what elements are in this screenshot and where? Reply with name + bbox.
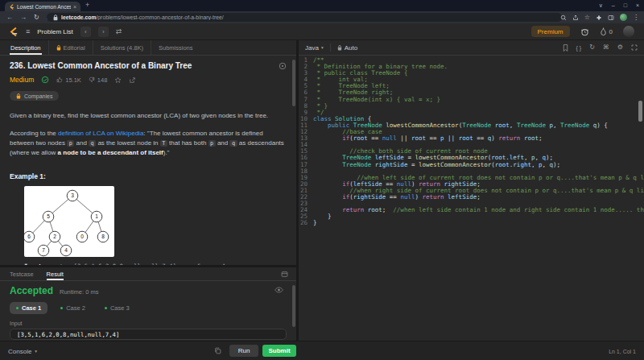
inline-code: q [89,140,96,147]
side-panel-icon[interactable] [608,14,614,21]
text: that has both [167,139,208,147]
premium-button[interactable]: Premium [531,26,570,37]
case-1-button[interactable]: Case 1 [10,302,47,314]
auto-label: Auto [345,44,357,52]
hide-result-eye-icon[interactable] [275,287,283,293]
text: According to the [10,130,58,137]
new-tab-button[interactable]: + [85,1,89,9]
bookmark-star-icon[interactable]: ☆ [584,14,590,21]
timer-icon[interactable] [580,27,589,36]
browser-tab-title: Lowest Common Ancestor of a B [17,4,71,10]
chevron-down-icon: ▾ [35,349,37,354]
submit-button[interactable]: Submit [262,345,296,357]
svg-text:8: 8 [101,234,105,239]
browser-tab[interactable]: Lowest Common Ancestor of a B × [5,2,80,11]
share-icon[interactable] [572,14,579,21]
result-runtime: Runtime: 0 ms [60,288,98,296]
tab-label: Solutions (4.8K) [101,44,143,52]
testcase-input-field[interactable]: [3,5,1,6,2,0,8,null,null,7,4] [10,329,287,340]
tab-submissions[interactable]: Submissions [151,40,200,55]
leetcode-favicon [9,4,14,10]
case-label: Case 3 [110,304,130,312]
tab-editorial[interactable]: Editorial [49,40,93,55]
tab-testcase[interactable]: Testcase [10,267,34,280]
case-2-button[interactable]: Case 2 [54,302,92,314]
favorite-star-icon[interactable] [114,77,122,84]
problem-list-icon[interactable]: ≡ [26,27,30,35]
search-icon[interactable] [560,14,567,21]
format-code-icon[interactable]: { } [576,45,582,51]
console-toggle[interactable]: Console ▾ [8,341,37,360]
svg-text:7: 7 [42,247,45,253]
problem-list-link[interactable]: Problem List [37,28,72,35]
case-pass-dot [60,307,63,309]
address-bar[interactable]: leetcode.com/problems/lowest-common-ance… [47,13,562,22]
case-3-button[interactable]: Case 3 [98,302,136,314]
code-line[interactable]: 24 return root; //when left side contain… [300,207,644,213]
window-minimize-button[interactable]: – [612,1,615,10]
lock-icon [16,93,21,99]
lock-icon [53,14,58,21]
svg-text:0: 0 [80,234,84,239]
auto-save-indicator[interactable]: Auto [337,44,357,52]
code-line[interactable]: 22 if(rightSide == null) return leftSide… [300,194,644,201]
browser-toolbar: ← → ↻ ⌂ leetcode.com/problems/lowest-com… [0,11,644,23]
likes[interactable]: 15.1K [56,77,81,84]
wikipedia-link[interactable]: definition of LCA on Wikipedia [58,130,143,137]
browser-menu-icon[interactable]: ⋮ [633,14,639,21]
example-input-value: root = [3,5,1,6,2,0,8,null,null,7,4], p … [45,263,225,266]
tab-solutions[interactable]: Solutions (4.8K) [93,40,151,55]
example-tree-image: 351620874 [24,186,114,257]
window-close-button[interactable]: × [636,1,639,10]
leetcode-window: Lowest Common Ancestor of a B × + ∨ – □ … [0,0,644,360]
code-line[interactable]: 17 TreeNode rightSide = lowestCommonAnce… [300,162,644,168]
daily-streak[interactable]: 0 [600,27,613,36]
next-problem-button[interactable]: › [98,27,109,37]
description-scrollbar[interactable] [292,60,295,106]
case-label: Case 1 [22,304,41,312]
share-problem-icon[interactable] [129,77,136,84]
tab-search-chevron-icon[interactable]: ∨ [599,1,603,10]
code-line[interactable]: 7 * TreeNode(int x) { val = x; } [300,97,644,103]
code-text: if(root == null || root == p || root == … [313,135,542,142]
editor-scrollbar[interactable] [638,101,642,122]
window-maximize-button[interactable]: □ [624,1,627,10]
code-line[interactable]: 8 * } [300,103,644,110]
thumbs-up-icon [56,77,63,83]
back-icon[interactable]: ← [6,14,13,21]
dislikes[interactable]: 148 [89,77,108,84]
reload-icon[interactable]: ↻ [34,14,39,21]
tab-close-icon[interactable]: × [73,4,76,10]
editor-settings-icon[interactable]: ⚙ [617,44,623,51]
browser-profile-avatar[interactable] [620,14,627,21]
random-problem-icon[interactable]: ⇄ [116,27,122,35]
language-selector[interactable]: Java ▾ [305,44,324,52]
extensions-icon[interactable] [596,14,602,21]
leetcode-logo[interactable] [8,27,19,37]
reset-code-icon[interactable]: ↻ [589,44,595,51]
code-line[interactable]: 13 if(root == null || root == p || root … [300,135,644,142]
shortcuts-icon[interactable]: ⌘ [603,44,609,51]
thumbs-down-icon [89,77,95,83]
browser-tab-strip: Lowest Common Ancestor of a B × + ∨ – □ … [0,0,644,11]
forward-icon[interactable]: → [20,14,27,21]
expand-panel-icon[interactable] [281,271,288,278]
inline-code: q [229,140,237,147]
tab-result[interactable]: Result [47,267,64,280]
code-line[interactable]: 25 } [300,213,644,220]
description-content[interactable]: 236. Lowest Common Ancestor of a Binary … [0,56,296,265]
fullscreen-icon[interactable] [631,44,638,51]
hint-icon[interactable] [279,62,287,70]
code-line[interactable]: 26} [300,220,644,226]
tab-description[interactable]: Description [3,40,49,55]
companies-tag[interactable]: Companies [10,91,59,101]
code-editor[interactable]: 1/**2 * Definition for a binary tree nod… [299,56,644,341]
code-text: if(rightSide == null) return leftSide; [313,194,481,201]
bookmark-icon[interactable] [563,44,568,52]
user-avatar[interactable] [623,26,634,37]
prev-problem-button[interactable]: ‹ [80,27,91,37]
run-button[interactable]: Run [229,345,258,357]
copy-testcase-icon[interactable] [214,347,221,354]
result-scrollbar[interactable] [292,285,295,327]
url-path: /problems/lowest-common-ancestor-of-a-bi… [96,14,223,20]
